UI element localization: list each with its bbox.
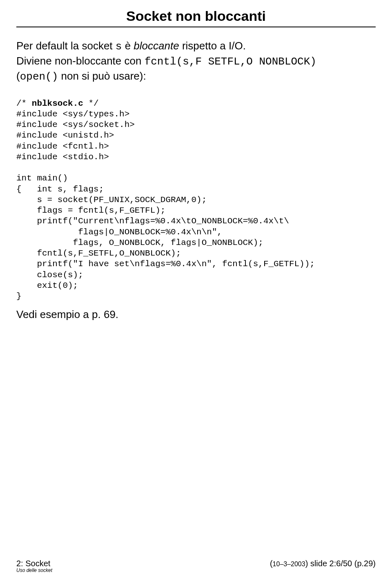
line2: Diviene non-bloccante con fcntl(s,F SETF…	[16, 54, 376, 69]
code-line: flags|O_NONBLOCK=%0.4x\n\n",	[16, 227, 222, 237]
code-line: int main()	[16, 174, 68, 183]
see-example: Vedi esempio a p. 69.	[16, 307, 376, 322]
code-fcntl-call: fcntl(s,F SETFL,O NONBLOCK)	[145, 56, 316, 68]
text: è	[122, 40, 134, 52]
title-divider	[16, 27, 376, 27]
code-line: /*	[16, 99, 32, 108]
code-line: #include <stdio.h>	[16, 152, 109, 162]
footer-date: 10–3–2003	[273, 561, 305, 567]
intro-paragraph: Per default la socket s è bloccante risp…	[16, 39, 376, 54]
text: Diviene non-bloccante con	[16, 55, 145, 67]
code-line: close(s);	[16, 270, 83, 280]
code-line: exit(0);	[16, 281, 78, 290]
footer-subtitle: Uso delle socket	[16, 567, 52, 573]
footer-right: (10–3–2003) slide 2:6/50 (p.29)	[270, 559, 376, 568]
text: (	[270, 559, 273, 568]
code-line: { int s, flags;	[16, 185, 104, 194]
text: rispetto a I/O.	[179, 40, 246, 52]
code-line: s = socket(PF_UNIX,SOCK_DGRAM,0);	[16, 195, 207, 205]
code-filename: nblksock.c	[32, 99, 83, 108]
code-line: #include <sys/socket.h>	[16, 120, 135, 129]
code-s: s	[116, 40, 122, 53]
footer-left: 2: Socket	[16, 559, 50, 568]
code-open: open()	[20, 71, 58, 83]
code-block: /* nblksock.c */ #include <sys/types.h> …	[16, 87, 376, 302]
text: Per default la socket	[16, 40, 116, 52]
text: ) slide 2:6/50 (p.29)	[305, 559, 376, 568]
code-line: fcntl(s,F_SETFL,O_NONBLOCK);	[16, 249, 181, 258]
code-line: #include <unistd.h>	[16, 131, 114, 140]
code-line: */	[83, 99, 99, 108]
code-line: }	[16, 291, 22, 301]
code-line: #include <fcntl.h>	[16, 142, 109, 151]
code-line: flags, O_NONBLOCK, flags|O_NONBLOCK);	[16, 238, 263, 247]
page-title: Socket non bloccanti	[16, 8, 376, 24]
text: (	[16, 70, 20, 82]
code-line: printf("Current\nflags=%0.4x\tO_NONBLOCK…	[16, 216, 289, 226]
footer: 2: Socket (10–3–2003) slide 2:6/50 (p.29…	[16, 559, 376, 568]
code-line: #include <sys/types.h>	[16, 109, 129, 119]
code-line: flags = fcntl(s,F_GETFL);	[16, 206, 165, 215]
italic-word: bloccante	[134, 40, 179, 52]
code-line: printf("I have set\nflags=%0.4x\n", fcnt…	[16, 259, 315, 269]
text: non si può usare):	[58, 70, 146, 82]
line3: (open() non si può usare):	[16, 69, 376, 84]
